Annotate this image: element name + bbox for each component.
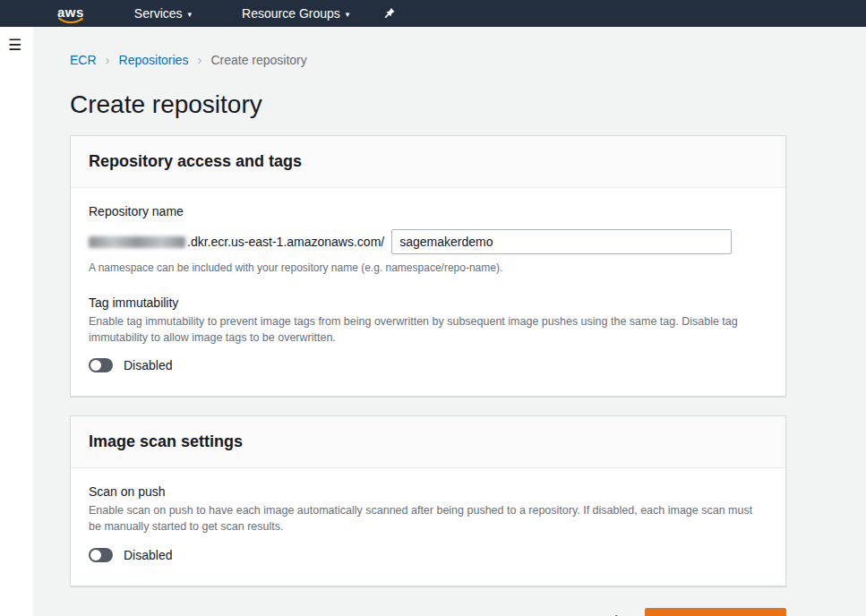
repository-access-card-body: Repository name .dkr.ecr.us-east-1.amazo… xyxy=(71,188,785,396)
image-scan-card: Image scan settings Scan on push Enable … xyxy=(70,415,786,586)
main-content: ECR › Repositories › Create repository C… xyxy=(33,27,866,616)
scan-on-push-toggle-row: Disabled xyxy=(89,548,767,562)
nav-resource-groups-menu[interactable]: Resource Groups ▾ xyxy=(242,6,349,21)
scan-on-push-label: Scan on push xyxy=(89,484,767,499)
nav-services-menu[interactable]: Services ▾ xyxy=(134,6,192,21)
repository-name-input[interactable] xyxy=(391,229,732,254)
chevron-down-icon: ▾ xyxy=(188,10,193,19)
scan-on-push-state: Disabled xyxy=(124,548,172,562)
nav-services-label: Services xyxy=(134,6,183,21)
top-navigation-bar: aws Services ▾ Resource Groups ▾ xyxy=(0,0,866,27)
create-repository-button[interactable]: Create repository xyxy=(645,608,786,616)
repository-access-card-title: Repository access and tags xyxy=(71,136,785,188)
image-scan-card-title: Image scan settings xyxy=(71,416,785,468)
aws-logo[interactable]: aws xyxy=(57,4,84,24)
footer-actions: Cancel Create repository xyxy=(70,608,786,616)
tag-immutability-state: Disabled xyxy=(124,358,172,372)
nav-resource-groups-label: Resource Groups xyxy=(242,6,340,21)
breadcrumb: ECR › Repositories › Create repository xyxy=(70,52,866,67)
cancel-button[interactable]: Cancel xyxy=(577,613,618,616)
tag-immutability-toggle[interactable] xyxy=(89,358,113,372)
breadcrumb-separator-icon: › xyxy=(106,52,110,67)
breadcrumb-separator-icon: › xyxy=(197,52,201,67)
repository-uri-prefix: .dkr.ecr.us-east-1.amazonaws.com/ xyxy=(187,235,384,249)
tag-immutability-label: Tag immutability xyxy=(89,295,767,310)
page-title: Create repository xyxy=(70,90,866,119)
scan-on-push-description: Enable scan on push to have each image a… xyxy=(89,502,767,535)
account-id-redacted xyxy=(89,236,185,248)
chevron-down-icon: ▾ xyxy=(346,10,350,19)
repository-name-label: Repository name xyxy=(89,204,767,218)
image-scan-card-body: Scan on push Enable scan on push to have… xyxy=(71,468,785,585)
repository-access-card: Repository access and tags Repository na… xyxy=(70,135,786,397)
breadcrumb-link-repositories[interactable]: Repositories xyxy=(119,53,189,67)
hamburger-menu-icon[interactable]: ☰ xyxy=(8,38,33,53)
aws-logo-smile-icon xyxy=(58,17,83,24)
repository-name-help: A namespace can be included with your re… xyxy=(89,261,767,274)
toggle-knob xyxy=(90,360,101,371)
pin-icon[interactable] xyxy=(383,7,395,20)
left-sidebar-strip: ☰ xyxy=(0,27,33,616)
toggle-knob xyxy=(90,550,101,560)
tag-immutability-toggle-row: Disabled xyxy=(89,358,767,372)
breadcrumb-current: Create repository xyxy=(210,53,306,67)
repository-uri-row: .dkr.ecr.us-east-1.amazonaws.com/ xyxy=(89,229,767,254)
tag-immutability-description: Enable tag immutability to prevent image… xyxy=(89,313,767,346)
scan-on-push-toggle[interactable] xyxy=(89,548,113,562)
aws-console-screen: aws Services ▾ Resource Groups ▾ ☰ ECR › xyxy=(0,0,866,616)
breadcrumb-link-ecr[interactable]: ECR xyxy=(70,53,97,67)
